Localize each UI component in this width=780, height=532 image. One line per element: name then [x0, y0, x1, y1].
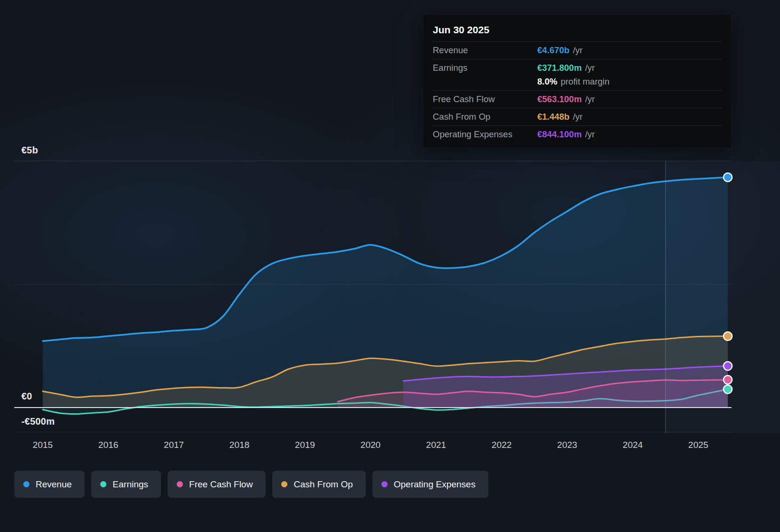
x-tick-2018: 2018 — [229, 440, 249, 450]
x-tick-2020: 2020 — [361, 440, 380, 450]
earnings-end-marker[interactable] — [723, 385, 732, 393]
x-tick-2023: 2023 — [557, 440, 577, 450]
tooltip-suffix-revenue: /yr — [573, 45, 583, 56]
tooltip-row-cash-from-op: Cash From Op€1.448b/yr — [432, 108, 723, 125]
tooltip-row-earnings: Earnings€371.800m/yr — [432, 59, 723, 76]
tooltip-value-cash-from-op: €1.448b — [537, 112, 570, 122]
legend-label-free-cash-flow: Free Cash Flow — [189, 479, 253, 490]
tooltip-value-operating-expenses: €844.100m — [537, 129, 582, 140]
legend-label-revenue: Revenue — [36, 479, 72, 490]
tooltip-value-free-cash-flow: €563.100m — [537, 94, 582, 104]
tooltip-suffix-cash-from-op: /yr — [573, 112, 583, 122]
tooltip-row-profit-margin: 8.0%profit margin — [432, 76, 723, 90]
tooltip-rows: Revenue€4.670b/yrEarnings€371.800m/yr8.0… — [432, 41, 723, 143]
legend-label-earnings: Earnings — [113, 479, 148, 490]
x-tick-2015: 2015 — [33, 440, 53, 450]
free-cash-flow-legend-dot-icon — [177, 481, 183, 487]
revenue-end-marker[interactable] — [723, 173, 732, 181]
tooltip-label-operating-expenses: Operating Expenses — [433, 129, 537, 140]
legend-item-free-cash-flow[interactable]: Free Cash Flow — [168, 471, 266, 498]
tooltip-value-earnings: €371.800m — [537, 63, 582, 73]
tooltip-label-free-cash-flow: Free Cash Flow — [433, 94, 537, 104]
legend-label-cash-from-op: Cash From Op — [294, 479, 353, 490]
tooltip-suffix-earnings: /yr — [585, 63, 595, 73]
cash-from-op-legend-dot-icon — [281, 481, 287, 487]
tooltip-row-revenue: Revenue€4.670b/yr — [432, 41, 723, 59]
legend-label-operating-expenses: Operating Expenses — [394, 479, 476, 490]
revenue-legend-dot-icon — [23, 481, 29, 487]
x-tick-2025: 2025 — [688, 440, 708, 450]
tooltip-label-cash-from-op: Cash From Op — [433, 112, 537, 122]
tooltip-suffix-free-cash-flow: /yr — [585, 94, 595, 104]
cash-from-op-end-marker[interactable] — [723, 332, 732, 341]
tooltip-value-revenue: €4.670b — [537, 45, 570, 56]
free-cash-flow-end-marker[interactable] — [723, 376, 732, 384]
operating-expenses-legend-dot-icon — [381, 481, 388, 487]
data-tooltip: Jun 30 2025 Revenue€4.670b/yrEarnings€37… — [423, 14, 732, 148]
legend-item-revenue[interactable]: Revenue — [14, 471, 85, 498]
operating-expenses-end-marker[interactable] — [723, 361, 732, 370]
y-axis-label-negative: -€500m — [21, 416, 55, 427]
tooltip-suffix-profit-margin: profit margin — [561, 76, 609, 87]
x-tick-2016: 2016 — [98, 440, 118, 450]
legend-item-earnings[interactable]: Earnings — [91, 471, 161, 498]
legend-item-cash-from-op[interactable]: Cash From Op — [272, 471, 366, 498]
earnings-revenue-chart-panel: €5b €0 -€500m 20152016201720182019202020… — [0, 0, 780, 532]
x-tick-2024: 2024 — [623, 440, 643, 450]
x-tick-2019: 2019 — [295, 440, 315, 450]
tooltip-date: Jun 30 2025 — [432, 19, 723, 41]
legend: RevenueEarningsFree Cash FlowCash From O… — [14, 471, 488, 498]
earnings-legend-dot-icon — [100, 481, 106, 487]
x-tick-2021: 2021 — [426, 440, 446, 450]
tooltip-value-profit-margin: 8.0% — [537, 76, 557, 87]
legend-item-operating-expenses[interactable]: Operating Expenses — [372, 471, 488, 498]
x-tick-2022: 2022 — [492, 440, 512, 450]
tooltip-suffix-operating-expenses: /yr — [585, 129, 595, 140]
y-axis-label-top: €5b — [21, 145, 38, 156]
tooltip-row-free-cash-flow: Free Cash Flow€563.100m/yr — [432, 90, 723, 108]
tooltip-row-operating-expenses: Operating Expenses€844.100m/yr — [432, 125, 723, 143]
x-tick-2017: 2017 — [164, 440, 184, 450]
tooltip-label-revenue: Revenue — [433, 45, 537, 56]
tooltip-label-earnings: Earnings — [433, 63, 537, 73]
y-axis-label-zero: €0 — [21, 391, 32, 402]
